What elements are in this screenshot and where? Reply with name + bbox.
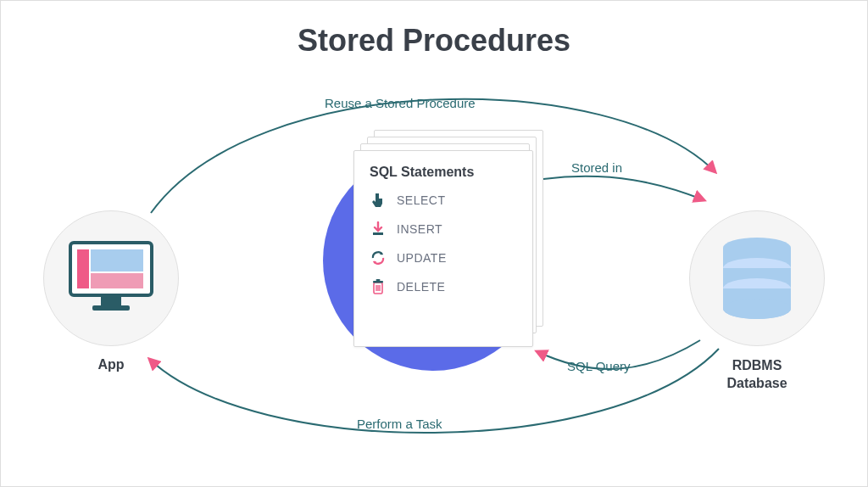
svg-rect-6 bbox=[373, 232, 383, 235]
stmt-delete: DELETE bbox=[370, 278, 517, 295]
db-label: RDBMSDatabase bbox=[689, 357, 825, 393]
computer-icon bbox=[67, 239, 155, 317]
stmt-select-text: SELECT bbox=[397, 193, 445, 207]
download-icon bbox=[370, 221, 387, 238]
svg-rect-4 bbox=[101, 295, 121, 305]
svg-rect-2 bbox=[91, 249, 143, 271]
refresh-icon bbox=[370, 249, 387, 266]
stmt-delete-text: DELETE bbox=[397, 280, 445, 294]
trash-icon bbox=[370, 278, 387, 295]
app-label: App bbox=[43, 357, 179, 372]
sql-statements-card: SQL Statements SELECT INSERT UPDATE bbox=[353, 150, 533, 347]
svg-rect-8 bbox=[373, 281, 383, 283]
svg-rect-9 bbox=[376, 279, 381, 281]
database-icon bbox=[720, 236, 794, 321]
card-title: SQL Statements bbox=[370, 165, 517, 180]
app-node bbox=[43, 210, 179, 346]
stmt-update: UPDATE bbox=[370, 249, 517, 266]
stmt-select: SELECT bbox=[370, 192, 517, 209]
diagram-title: Stored Procedures bbox=[1, 23, 867, 59]
stmt-update-text: UPDATE bbox=[397, 251, 447, 265]
edge-reuse-label: Reuse a Stored Procedure bbox=[325, 96, 476, 110]
edge-query-label: SQL Query bbox=[567, 359, 630, 373]
svg-rect-1 bbox=[77, 249, 89, 288]
edge-stored-label: Stored in bbox=[571, 160, 622, 175]
stmt-insert-text: INSERT bbox=[397, 222, 442, 236]
edge-task-label: Perform a Task bbox=[357, 417, 442, 431]
db-node bbox=[689, 210, 825, 346]
pointer-icon bbox=[370, 192, 387, 209]
svg-rect-3 bbox=[91, 273, 143, 288]
stmt-insert: INSERT bbox=[370, 221, 517, 238]
svg-rect-5 bbox=[92, 305, 130, 311]
svg-point-13 bbox=[723, 299, 791, 319]
